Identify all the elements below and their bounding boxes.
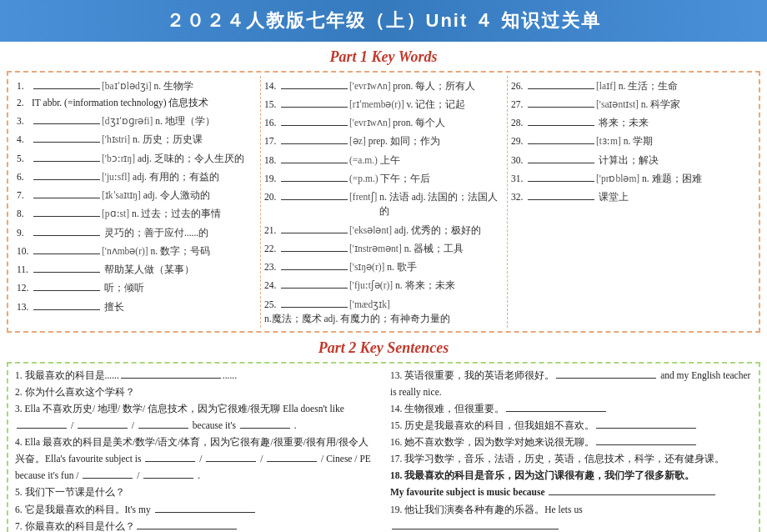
word-item-12: 12. 听；倾听	[17, 279, 257, 297]
part1-section: Part 1 Key Words 1.[baɪˈɒlədʒi] n. 生物学 2…	[0, 48, 767, 333]
sent-3: 3. Ella 不喜欢历史/ 地理/ 数学/ 信息技术，因为它很难/很无聊 El…	[15, 400, 377, 434]
word-item-1: 1.[baɪˈɒlədʒi] n. 生物学	[17, 76, 257, 94]
sent-4: 4. Ella 最喜欢的科目是美术/数学/语文/体育，因为它很有趣/很重要/很有…	[15, 434, 377, 484]
word-col-3: 26.[laɪf] n. 生活；生命 27.['saɪəntɪst] n. 科学…	[507, 76, 754, 328]
word-item-31: 31.['prɒbləm] n. 难题；困难	[511, 168, 750, 187]
word-item-24: 24.['fjuːtʃə(r)] n. 将来；未来	[264, 276, 504, 294]
word-item-11: 11. 帮助某人做（某事）	[17, 260, 257, 279]
word-item-2: 2.IT abbr. (=information technology) 信息技…	[17, 94, 257, 111]
part2-content: 1. 我最喜欢的科目是............ 2. 你为什么喜欢这个学科？ 3…	[7, 362, 760, 533]
word-col-1: 1.[baɪˈɒlədʒi] n. 生物学 2.IT abbr. (=infor…	[13, 76, 260, 328]
sent-14: 14. 生物很难，但很重要。	[390, 400, 752, 417]
word-item-26: 26.[laɪf] n. 生活；生命	[511, 76, 750, 94]
word-item-28: 28. 将来；未来	[511, 113, 750, 132]
word-item-27: 27.['saɪəntɪst] n. 科学家	[511, 94, 750, 113]
word-item-6: 6.['juːsfl] adj. 有用的；有益的	[17, 167, 257, 185]
sent-6: 6. 它是我最喜欢的科目。It's my	[15, 501, 377, 518]
sent-7: 7. 你最喜欢的科目是什么？	[15, 518, 377, 532]
part1-title: Part 1 Key Words	[0, 48, 767, 66]
sent-13: 13. 英语很重要，我的英语老师很好。 and my English teach…	[390, 367, 752, 400]
word-item-20: 20.[frentʃ] n. 法语 adj. 法国的；法国人的	[264, 188, 504, 221]
word-item-25: 25.['mædʒɪk] n.魔法；魔术 adj. 有魔力的；有神奇力量的	[264, 294, 504, 328]
sent-15: 15. 历史是我最喜欢的科目，但我姐姐不喜欢。	[390, 417, 752, 434]
word-item-16: 16.['evrɪwʌn] pron. 每个人	[264, 113, 504, 132]
word-col-2: 14.['evrɪwʌn] pron. 每人；所有人 15.[rɪˈmembə(…	[260, 76, 507, 328]
word-item-17: 17.[əz] prep. 如同；作为	[264, 132, 504, 150]
word-item-10: 10.['nʌmbə(r)] n. 数字；号码	[17, 241, 257, 259]
word-item-3: 3.[dʒɪˈɒɡrəfi] n. 地理（学）	[17, 112, 257, 130]
word-item-8: 8.[pɑːst] n. 过去；过去的事情	[17, 204, 257, 223]
word-item-22: 22.['ɪnstrəmənt] n. 器械；工具	[264, 238, 504, 257]
part1-content: 1.[baɪˈɒlədʒi] n. 生物学 2.IT abbr. (=infor…	[7, 71, 760, 333]
sent-17: 17. 我学习数学，音乐，法语，历史，英语，信息技术，科学，还有健身课。	[390, 450, 752, 467]
word-item-5: 5.['bɔːrɪŋ] adj. 乏味的；令人生厌的	[17, 148, 257, 167]
word-item-9: 9. 灵巧的；善于应付......的	[17, 223, 257, 241]
sent-col-right: 13. 英语很重要，我的英语老师很好。 and my English teach…	[390, 367, 752, 533]
word-item-7: 7.[ɪkˈsaɪtɪŋ] adj. 令人激动的	[17, 186, 257, 204]
sent-18: 18. 我最喜欢的科目是音乐，因为这门课很有趣，我们学了很多新歌。My favo…	[390, 467, 752, 500]
sent-2: 2. 你为什么喜欢这个学科？	[15, 384, 377, 400]
word-item-23: 23.['sɪŋə(r)] n. 歌手	[264, 258, 504, 276]
word-item-15: 15.[rɪˈmembə(r)] v. 记住；记起	[264, 94, 504, 113]
part2-section: Part 2 Key Sentences 1. 我最喜欢的科目是........…	[0, 339, 767, 533]
page-title: ２０２４人教版七年级（上）Unit ４ 知识过关单	[0, 0, 767, 42]
word-item-14: 14.['evrɪwʌn] pron. 每人；所有人	[264, 76, 504, 94]
word-item-32: 32. 课堂上	[511, 188, 750, 206]
sent-5: 5. 我们下一节课是什么？	[15, 484, 377, 500]
word-item-18: 18.(=a.m.) 上午	[264, 150, 504, 168]
word-item-4: 4.['hɪstri] n. 历史；历史课	[17, 130, 257, 148]
word-item-19: 19.(=p.m.) 下午；午后	[264, 168, 504, 187]
sent-col-left: 1. 我最喜欢的科目是............ 2. 你为什么喜欢这个学科？ 3…	[15, 367, 377, 533]
sent-19: 19. 他让我们演奏各种有趣的乐器。He lets us	[390, 501, 752, 533]
word-item-21: 21.['eksələnt] adj. 优秀的；极好的	[264, 220, 504, 238]
word-item-30: 30. 计算出；解决	[511, 150, 750, 168]
sent-16: 16. 她不喜欢数学，因为数学对她来说很无聊。	[390, 434, 752, 450]
word-item-29: 29.[tɜːm] n. 学期	[511, 132, 750, 150]
sent-1: 1. 我最喜欢的科目是............	[15, 367, 377, 384]
word-item-13: 13. 擅长	[17, 297, 257, 315]
part2-title: Part 2 Key Sentences	[0, 339, 767, 357]
